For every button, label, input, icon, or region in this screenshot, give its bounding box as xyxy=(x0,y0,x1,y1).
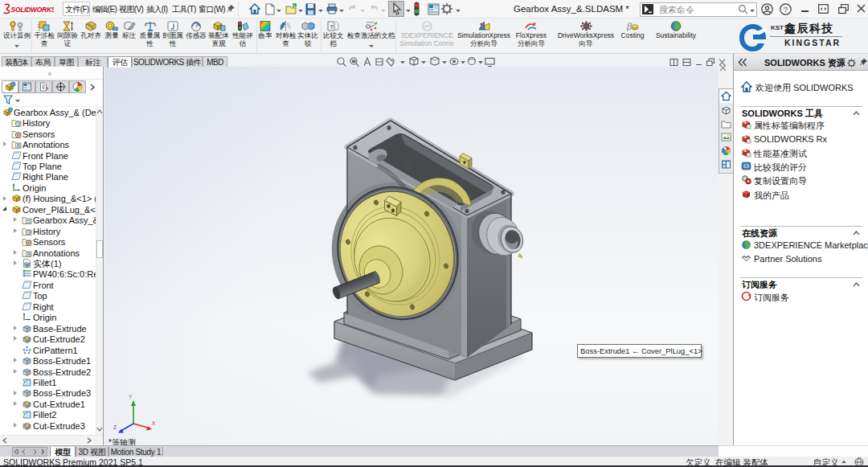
svg-text:Y: Y xyxy=(129,394,133,399)
svg-text:X: X xyxy=(152,420,156,426)
svg-text:Z: Z xyxy=(113,424,117,430)
svg-text:S: S xyxy=(744,121,747,125)
svg-text:S: S xyxy=(744,149,747,153)
svg-text:β: β xyxy=(627,21,632,31)
svg-text:SOLIDWORKS: SOLIDWORKS xyxy=(11,6,55,14)
svg-text:S: S xyxy=(744,135,747,139)
svg-text:?: ? xyxy=(784,5,788,14)
svg-text:?: ? xyxy=(330,23,334,31)
